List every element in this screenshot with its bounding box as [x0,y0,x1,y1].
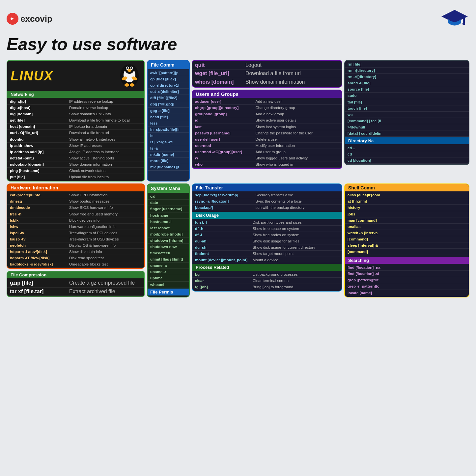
list-item: wc [345,112,469,118]
list-item: last reboot [148,225,189,231]
tux-icon [118,63,141,89]
list-item: mv [filename1][f [148,164,189,170]
table-row: lspci -tvTree-diagram of PCI devices [7,230,144,236]
shell-body: alias [alias]='[com at [hh:mm] history j… [345,191,469,256]
linux-card: LINUX [7,60,145,182]
top-mini-card: quit Logout wget [file_url] Download a f… [192,60,342,88]
svg-point-4 [462,22,465,25]
users-groups-header: Users and Groups [192,90,342,98]
svg-rect-3 [463,16,465,23]
list-item: shred -u[file] [345,80,469,86]
table-row: dmidecodeShow BIOS hardware info [7,205,144,211]
list-item: cd [345,151,469,157]
list-item: ls | xargs wc [148,139,189,145]
table-row: neofetchDisplay OS & hardware info [7,242,144,249]
header: excovip [7,7,469,31]
networking-header: Networking [7,91,144,98]
sysmgr-column: System Mana cal date finger [username] h… [147,183,190,297]
table-row: lastShow last system logins [192,124,342,130]
sysmgr-body: cal date finger [username] hostname host… [148,193,189,288]
list-item: [command] [345,236,469,242]
far-right-column: rm [file] rm -r[directory] rm -rf[direct… [344,60,469,182]
bottom-section: Hardware Information cat /proc/cpuinfoSh… [7,183,469,297]
list-item: jobs [345,211,469,217]
list-item: mkdir [name] [148,152,189,158]
file-commands-card: File Comm awk '[pattern]{p cp [file1][fi… [147,60,190,182]
svg-point-16 [130,83,134,87]
list-item: uname -a [148,263,189,269]
file-commands-column: File Comm awk '[pattern]{p cp [file1][fi… [147,60,190,182]
table-row: netstat -pnltuShow active listening port… [7,155,144,161]
list-item: head [file] [148,114,189,120]
list-item: alias [alias]='[com [345,192,469,198]
transfer-column: File Transfer scp [file.txt][server/tmp]… [192,183,342,297]
table-row: dig -x[ip]IP address reverse lookup [7,98,144,105]
table-row: put [file]Upload file from local to [7,174,144,180]
list-item: source [file] [345,86,469,93]
users-groups-body: adduser [user]Add a new user chgrp [grou… [192,98,342,168]
hardware-column: Hardware Information cat /proc/cpuinfoSh… [7,183,145,297]
file-transfer-body: scp [file.txt][server/tmp]Securely trans… [192,191,342,211]
table-row: du -shShow disk usage for current direct… [192,244,342,251]
table-row: chgrp [group][directory]Change directory… [192,105,342,111]
disk-usage-body: fdisk -lDisk partition types and sizes d… [192,219,342,264]
page: excovip Easy to use software LINUX [0,0,476,476]
table-row: scp [file.txt][server/tmp]Securely trans… [192,192,342,198]
list-item: more [file] [148,158,189,164]
table-row: curl - O[file_url]Download a file from u… [7,130,144,136]
list-item: touch [file] [345,105,469,112]
table-row: dmesgShow bootup messages [7,198,144,205]
list-item: cd [/location] [345,157,469,164]
list-item: [command] | tee [fi [345,118,469,124]
table-row: passwd [username]Change the password for… [192,130,342,136]
list-item: shutdown now [148,244,189,250]
table-row: host [domain]IP lookup for a domain [7,124,144,130]
list-item: tail [file] [345,99,469,105]
dir-nav-header: Directory Na [345,137,469,144]
shell-column: Shell Comm alias [alias]='[com at [hh:mm… [344,183,469,297]
list-item: unalias [345,224,469,230]
list-item: modprobe [modu] [148,231,189,238]
table-row: ifconfigShow all network interfaces [7,136,144,143]
list-item: less [148,120,189,126]
table-row: findmntShow target mount point [192,251,342,257]
list-item: date [148,200,189,206]
table-row: ping [hostname]Check network status [7,168,144,174]
logo-icon [7,13,18,25]
table-row: fdisk -lDisk partition types and sizes [192,219,342,226]
list-item: [command] [345,249,469,255]
hardware-header: Hardware Information [7,184,144,191]
svg-point-11 [130,67,132,69]
list-item: ls -a [148,145,189,152]
sysmgr-card: System Mana cal date finger [username] h… [147,183,190,297]
list-item: locate [name] [345,290,469,296]
list-item: cd .. [345,145,469,151]
table-row: bgList background processes [192,271,342,278]
list-item: finger [username] [148,206,189,212]
list-item: >/dev/null [345,124,469,130]
table-row: lsblkBlock devices info [7,217,144,224]
table-row: tar xf [file.tar]Extract archived file [7,288,144,296]
table-row: df -lShow free nodes on system [192,232,342,238]
table-row: rsync -a [/location]Sync the contents of… [192,198,342,205]
list-item: gpg -c[file] [148,108,189,114]
table-row: ip address add [ip]Assign IP address to … [7,149,144,155]
list-item: shutdown [hh:mn] [148,238,189,244]
list-item: at [hh:mm] [345,198,469,205]
list-item: uptime [148,275,189,281]
hardware-body: cat /proc/cpuinfoShow CPU information dm… [7,191,144,268]
table-row: quit Logout [192,61,342,70]
file-compression-header: File Compression [7,271,144,278]
table-row: df -hShow free space on system [192,226,342,232]
file-transfer-card: File Transfer scp [file.txt][server/tmp]… [192,183,342,292]
table-row: [/backup/]tion with the backup directory [192,205,342,211]
file-commands-body: awk '[pattern]{p cp [file1][file2] cp -r… [148,69,189,171]
list-item: [data] | cut -d[delin [345,130,469,137]
table-row: groupadd [group]Add a new group [192,111,342,117]
list-item: whoami [148,282,189,288]
searching-section: Searching find [/location] -na find [/lo… [345,257,469,296]
dir-nav-body: cd .. cd cd [/location] [345,144,469,164]
list-item: ls [148,133,189,139]
logo: excovip [7,13,52,25]
list-item: rm -r[directory] [345,68,469,74]
